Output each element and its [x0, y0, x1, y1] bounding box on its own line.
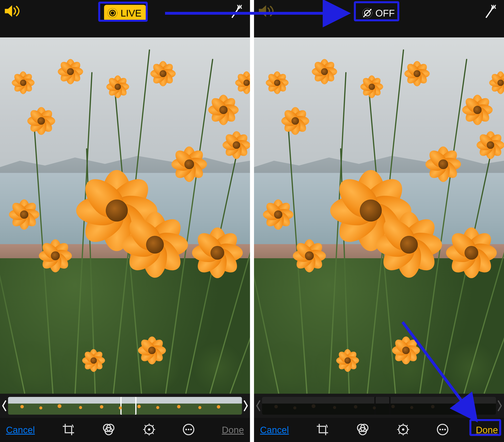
chevron-right-icon [244, 400, 248, 411]
live-toggle-label: OFF [375, 8, 395, 19]
phone-screen-left: LIVE [0, 0, 250, 442]
crop-icon [316, 423, 329, 436]
photo-preview[interactable] [254, 37, 504, 394]
filmstrip-prev[interactable] [256, 400, 261, 412]
live-photo-filmstrip[interactable] [0, 394, 250, 418]
done-button[interactable]: Done [476, 424, 498, 435]
more-button[interactable] [437, 424, 449, 436]
filmstrip-next[interactable] [243, 400, 248, 412]
cancel-button[interactable]: Cancel [260, 424, 289, 435]
svg-line-35 [399, 433, 400, 434]
done-button[interactable]: Done [222, 424, 244, 435]
svg-point-19 [190, 429, 192, 430]
filters-button[interactable] [102, 423, 116, 437]
svg-point-38 [442, 429, 443, 430]
magic-wand-icon [229, 4, 243, 18]
keyframe-marker[interactable] [374, 397, 391, 415]
svg-line-33 [406, 433, 408, 434]
live-photo-off-icon [362, 7, 373, 19]
adjust-dial-icon [143, 423, 156, 436]
sound-toggle[interactable] [258, 4, 276, 19]
svg-point-18 [188, 429, 189, 430]
filmstrip-strip[interactable] [8, 397, 242, 415]
svg-line-13 [152, 433, 154, 434]
top-bar: OFF [254, 0, 504, 37]
crop-icon [62, 423, 75, 436]
more-icon [437, 424, 449, 436]
live-photo-filmstrip[interactable] [254, 394, 504, 418]
live-photo-icon [107, 7, 118, 19]
crop-button[interactable] [62, 423, 75, 437]
magic-wand-icon [483, 4, 497, 18]
filmstrip-next[interactable] [497, 400, 502, 412]
filmstrip-prev[interactable] [2, 400, 7, 412]
adjust-button[interactable] [397, 423, 410, 437]
svg-line-12 [145, 425, 146, 426]
auto-enhance-button[interactable] [483, 4, 497, 19]
bottom-toolbar: Cancel [0, 418, 250, 442]
speaker-icon [258, 4, 276, 18]
sound-toggle[interactable] [4, 4, 22, 19]
svg-line-34 [406, 425, 408, 426]
chevron-left-icon [256, 400, 260, 411]
live-photo-toggle[interactable]: OFF [359, 5, 399, 21]
comparison-stage: LIVE [0, 0, 504, 442]
live-toggle-label: LIVE [121, 8, 142, 19]
cancel-button[interactable]: Cancel [6, 424, 35, 435]
filters-icon [356, 423, 370, 436]
svg-point-37 [439, 429, 441, 430]
filters-icon [102, 423, 116, 436]
chevron-left-icon [2, 400, 6, 411]
svg-line-15 [145, 433, 146, 434]
speaker-icon [4, 4, 22, 18]
svg-point-39 [444, 429, 446, 430]
svg-point-0 [111, 12, 114, 15]
chevron-right-icon [498, 400, 502, 411]
adjust-dial-icon [397, 423, 410, 436]
live-photo-toggle[interactable]: LIVE [104, 5, 146, 21]
svg-point-27 [402, 428, 404, 431]
adjust-button[interactable] [143, 423, 156, 437]
photo-preview[interactable] [0, 37, 250, 394]
more-icon [182, 424, 195, 436]
crop-button[interactable] [316, 423, 329, 437]
svg-line-14 [152, 425, 154, 426]
more-button[interactable] [182, 424, 195, 436]
phone-screen-right: OFF [254, 0, 504, 442]
svg-line-32 [399, 425, 400, 426]
bottom-toolbar: Cancel [254, 418, 504, 442]
auto-enhance-button[interactable] [229, 4, 243, 19]
filters-button[interactable] [356, 423, 370, 437]
svg-point-17 [185, 429, 187, 430]
filmstrip-strip[interactable] [262, 397, 496, 415]
keyframe-marker[interactable] [120, 397, 136, 415]
svg-point-7 [148, 428, 150, 431]
top-bar: LIVE [0, 0, 250, 37]
